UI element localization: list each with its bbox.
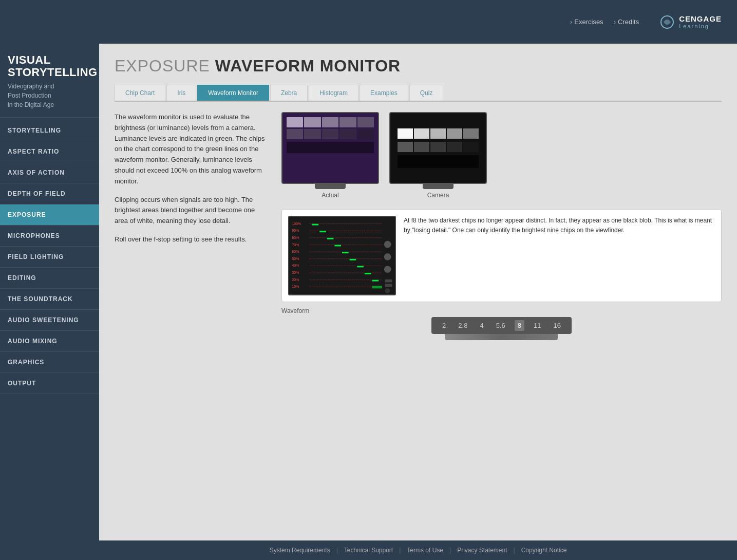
sidebar: VISUALSTORYTELLING Videography andPost P… (0, 44, 99, 560)
image-pair: Actual (281, 112, 722, 199)
body-text-1: The waveform monitor is used to evaluate… (115, 112, 269, 187)
svg-rect-36 (385, 284, 392, 287)
tab-examples[interactable]: Examples (360, 85, 408, 101)
svg-rect-31 (372, 286, 382, 288)
body-text-3: Roll over the f-stop setting to see the … (115, 234, 269, 245)
cengage-logo-text: CENGAGE (679, 14, 722, 23)
svg-text:30%: 30% (292, 271, 299, 274)
sidebar-item-depth-of-field[interactable]: DEPTH OF FIELD (0, 183, 99, 204)
actual-label: Actual (322, 192, 338, 199)
svg-point-37 (385, 288, 390, 293)
svg-rect-28 (357, 266, 364, 267)
sidebar-item-the-soundtrack[interactable]: THE SOUNDTRACK (0, 289, 99, 310)
sidebar-item-graphics[interactable]: GRAPHICS (0, 352, 99, 373)
fstop-bar: 2 2.8 4 5.6 8 11 16 (431, 317, 572, 334)
cengage-logo: CENGAGE Learning (659, 14, 722, 30)
svg-text:10%: 10% (292, 285, 299, 288)
camera-label: Camera (427, 192, 449, 199)
sidebar-item-storytelling[interactable]: STORYTELLING (0, 120, 99, 141)
page-title-bold: WAVEFORM MONITOR (215, 57, 401, 75)
content-inner: EXPOSURE WAVEFORM MONITOR Chip Chart Iri… (99, 44, 737, 540)
svg-rect-29 (365, 273, 371, 274)
sidebar-item-audio-sweetening[interactable]: AUDIO SWEETENING (0, 310, 99, 331)
camera-monitor (389, 112, 487, 184)
fstop-2[interactable]: 2 (439, 320, 449, 331)
svg-rect-23 (319, 231, 326, 232)
svg-text:90%: 90% (292, 229, 299, 232)
credits-link[interactable]: Credits (614, 18, 639, 26)
svg-text:20%: 20% (292, 278, 299, 282)
media-column: Actual (281, 112, 722, 340)
svg-rect-24 (327, 238, 334, 239)
tab-iris[interactable]: Iris (166, 85, 196, 101)
svg-rect-26 (342, 252, 349, 253)
footer-links: System Requirements | Technical Support … (99, 547, 737, 554)
waveform-label: Waveform (281, 307, 722, 314)
sidebar-brand: VISUALSTORYTELLING Videography andPost P… (0, 44, 99, 118)
fstop-16[interactable]: 16 (550, 320, 563, 331)
sidebar-item-exposure[interactable]: EXPOSURE (0, 204, 99, 226)
sidebar-item-audio-mixing[interactable]: AUDIO MIXING (0, 331, 99, 352)
footer-technical-support[interactable]: Technical Support (338, 547, 399, 554)
footer-system-requirements[interactable]: System Requirements (263, 547, 336, 554)
tab-chip-chart[interactable]: Chip Chart (115, 85, 165, 101)
sidebar-item-microphones[interactable]: MICROPHONES (0, 226, 99, 247)
svg-text:70%: 70% (292, 243, 299, 247)
svg-text:50%: 50% (292, 257, 299, 260)
exercises-link[interactable]: Exercises (570, 18, 603, 26)
sidebar-item-editing[interactable]: EDITING (0, 268, 99, 289)
top-bar: Exercises Credits CENGAGE Learning (0, 0, 737, 44)
footer-copyright-notice[interactable]: Copyright Notice (515, 547, 573, 554)
body-text-2: Clipping occurs when signals are too hig… (115, 195, 269, 227)
fstop-5-6[interactable]: 5.6 (493, 320, 508, 331)
svg-point-33 (384, 253, 391, 260)
page-title: EXPOSURE WAVEFORM MONITOR (115, 57, 722, 76)
svg-point-34 (384, 266, 391, 273)
cengage-icon (659, 14, 675, 30)
fstop-8[interactable]: 8 (515, 320, 524, 331)
text-column: The waveform monitor is used to evaluate… (115, 112, 269, 340)
camera-image-card: Camera (389, 112, 487, 199)
tab-waveform-monitor[interactable]: Waveform Monitor (197, 85, 269, 101)
waveform-info-text: At f8 the two darkest chips no longer ap… (404, 216, 715, 235)
fstop-2-8[interactable]: 2.8 (455, 320, 470, 331)
fstop-4[interactable]: 4 (477, 320, 486, 331)
sidebar-nav: STORYTELLING ASPECT RATIO AXIS OF ACTION… (0, 120, 99, 394)
svg-rect-27 (350, 259, 356, 260)
sidebar-item-field-lighting[interactable]: FIELD LIGHTING (0, 247, 99, 268)
svg-rect-35 (385, 279, 392, 283)
tab-quiz[interactable]: Quiz (409, 85, 444, 101)
svg-rect-25 (334, 245, 341, 247)
svg-rect-30 (372, 280, 379, 282)
main-layout: VISUALSTORYTELLING Videography andPost P… (0, 44, 737, 560)
svg-point-32 (384, 241, 391, 248)
sidebar-title: VISUALSTORYTELLING (8, 54, 91, 79)
sidebar-subtitle: Videography andPost Productionin the Dig… (8, 82, 91, 109)
svg-text:100%: 100% (292, 222, 301, 226)
sidebar-item-axis-of-action[interactable]: AXIS OF ACTION (0, 162, 99, 183)
fstop-selector: 2 2.8 4 5.6 8 11 16 (281, 317, 722, 340)
cengage-logo-sub: Learning (679, 23, 722, 29)
top-nav: Exercises Credits CENGAGE Learning (570, 14, 722, 30)
actual-monitor (281, 112, 379, 184)
svg-text:60%: 60% (292, 250, 299, 253)
tabs: Chip Chart Iris Waveform Monitor Zebra H… (115, 85, 722, 102)
waveform-screen: 100% 90% 80% 70% 60% 50% (288, 216, 396, 295)
footer-privacy-statement[interactable]: Privacy Statement (451, 547, 513, 554)
tab-histogram[interactable]: Histogram (309, 85, 358, 101)
svg-rect-22 (312, 224, 319, 226)
two-col: The waveform monitor is used to evaluate… (115, 112, 722, 340)
page-title-light: EXPOSURE (115, 57, 210, 75)
sidebar-item-aspect-ratio[interactable]: ASPECT RATIO (0, 141, 99, 162)
sidebar-item-output[interactable]: OUTPUT (0, 373, 99, 394)
fstop-11[interactable]: 11 (531, 320, 544, 331)
svg-text:40%: 40% (292, 264, 299, 267)
footer-terms-of-use[interactable]: Terms of Use (401, 547, 449, 554)
actual-image-card: Actual (281, 112, 379, 199)
content-area: EXPOSURE WAVEFORM MONITOR Chip Chart Iri… (99, 44, 737, 560)
svg-text:80%: 80% (292, 236, 299, 239)
waveform-box: 100% 90% 80% 70% 60% 50% (281, 209, 722, 302)
tab-zebra[interactable]: Zebra (270, 85, 308, 101)
footer: System Requirements | Technical Support … (99, 540, 737, 560)
svg-rect-1 (290, 217, 395, 294)
